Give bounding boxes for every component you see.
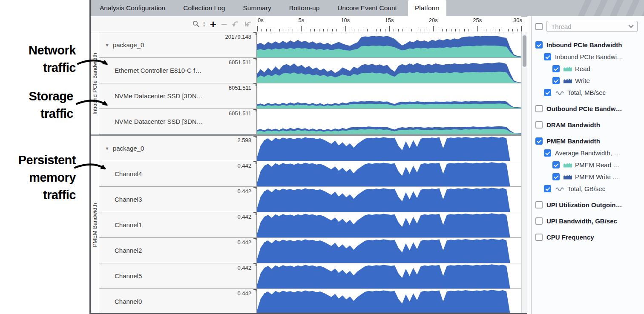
panel-item-outbound-pcie-bandwidth[interactable]: Outbound PCIe Bandw… [532, 103, 644, 114]
bandwidth-chart[interactable] [257, 161, 521, 186]
axis-max-value: 0.442 [237, 188, 251, 194]
checkbox[interactable] [535, 201, 543, 208]
row-label-cell[interactable]: NVMe Datacenter SSD [3DN… 6051.511 [99, 83, 257, 108]
panel-item-read[interactable]: Read [532, 63, 644, 74]
annotation-persistent-memory-traffic: Persistent memory traffic [0, 151, 76, 204]
panel-item-write[interactable]: Write [532, 74, 644, 86]
thread-checkbox[interactable] [535, 23, 543, 30]
panel-item-label: Average Bandwidth, … [555, 149, 620, 157]
tab-collection-log[interactable]: Collection Log [176, 0, 232, 16]
bandwidth-chart[interactable] [257, 263, 521, 288]
bandwidth-chart[interactable] [257, 58, 521, 83]
bandwidth-chart[interactable] [257, 289, 521, 313]
metric-tree: Inbound PCIe Bandwidth Inbound PCIe Band… [532, 39, 644, 243]
checkbox[interactable] [544, 89, 551, 96]
bandwidth-chart[interactable] [257, 83, 521, 108]
zoom-to-selection-icon[interactable] [244, 21, 252, 27]
tab-uncore-event-count[interactable]: Uncore Event Count [331, 0, 404, 16]
bandwidth-chart[interactable] [257, 238, 521, 263]
checkbox[interactable] [544, 53, 551, 60]
checkbox[interactable] [535, 105, 543, 112]
checkbox[interactable] [544, 185, 551, 192]
checkbox[interactable] [535, 217, 543, 225]
collapse-triangle-icon[interactable]: ▼ [105, 43, 109, 48]
vertical-scrollbar[interactable] [521, 32, 527, 314]
panel-item-label: Total, MB/sec [567, 89, 606, 96]
table-row[interactable]: Channel2 0.442 [99, 238, 521, 263]
panel-item-pmem-read[interactable]: PMEM Read … [532, 159, 644, 171]
panel-item-average-bandwidth[interactable]: Average Bandwidth, … [532, 147, 644, 159]
row-label-cell[interactable]: Channel3 0.442 [99, 187, 257, 212]
table-row[interactable]: Channel1 0.442 [99, 212, 521, 238]
thread-select[interactable]: Thread [546, 21, 638, 32]
axis-max-mark [253, 161, 256, 164]
row-label-cell[interactable]: ▼ package_0 2.598 [99, 136, 257, 161]
table-row[interactable]: NVMe Datacenter SSD [3DN… 6051.511 [99, 83, 521, 109]
panel-item-label: DRAM Bandwidth [546, 121, 600, 128]
write-area-icon [564, 174, 572, 180]
checkbox[interactable] [544, 149, 551, 157]
checkbox[interactable] [535, 121, 543, 128]
row-label-cell[interactable]: Channel5 0.442 [99, 263, 257, 288]
scrollbar-thumb[interactable] [523, 35, 526, 67]
table-row[interactable]: Channel0 0.442 [99, 289, 521, 313]
zoom-magnifier-icon[interactable] [193, 20, 200, 28]
row-label-cell[interactable]: NVMe Datacenter SSD [3DN… 6051.511 [99, 109, 257, 134]
panel-item-pmem-write[interactable]: PMEM Write … [532, 171, 644, 183]
panel-item-upi-bandwidth[interactable]: UPI Bandwidth, GB/sec [532, 215, 644, 227]
axis-max-value: 6051.511 [229, 85, 251, 91]
table-row[interactable]: Channel4 0.442 [99, 161, 521, 187]
checkbox[interactable] [552, 77, 560, 84]
panel-item-pmem-bandwidth[interactable]: PMEM Bandwidth [532, 135, 644, 147]
time-ruler[interactable]: 0s5s10s15s20s25s30s [257, 16, 521, 32]
zoom-in-button[interactable]: + [210, 20, 216, 29]
checkbox[interactable] [552, 173, 560, 180]
panel-item-label: Inbound PCIe Bandwi… [555, 53, 623, 60]
checkbox[interactable] [535, 137, 543, 145]
tab-analysis-configuration[interactable]: Analysis Configuration [93, 0, 172, 16]
checkbox[interactable] [552, 65, 560, 72]
axis-max-mark [253, 32, 256, 35]
panel-item-dram-bandwidth[interactable]: DRAM Bandwidth [532, 119, 644, 131]
table-row[interactable]: Ethernet Controller E810-C f… 6051.511 [99, 58, 521, 83]
collapse-triangle-icon[interactable]: ▼ [105, 146, 109, 151]
bandwidth-chart[interactable] [257, 109, 521, 134]
axis-max-mark [253, 58, 256, 60]
table-row[interactable]: NVMe Datacenter SSD [3DN… 6051.511 [99, 109, 521, 134]
table-row[interactable]: ▼ package_0 20179.148 [99, 32, 521, 58]
row-label-cell[interactable]: Channel0 0.442 [99, 289, 257, 313]
tabbar-stripes-decoration [576, 0, 644, 16]
checkbox[interactable] [535, 234, 543, 241]
panel-item-upi-utilization[interactable]: UPI Utilization Outgoin… [532, 199, 644, 211]
panel-item-cpu-frequency[interactable]: CPU Frequency [532, 231, 644, 243]
bandwidth-chart[interactable] [257, 136, 521, 161]
checkbox[interactable] [552, 161, 560, 168]
annotation-storage-traffic: Storage traffic [0, 88, 73, 123]
panel-item-inbound-pcie-bandwidth-sub[interactable]: Inbound PCIe Bandwi… [532, 51, 644, 63]
bandwidth-chart[interactable] [257, 187, 521, 212]
panel-item-label: UPI Bandwidth, GB/sec [546, 217, 617, 225]
undo-zoom-icon[interactable] [232, 21, 239, 27]
axis-max-value: 0.442 [237, 239, 251, 245]
tab-platform[interactable]: Platform [408, 0, 446, 16]
checkbox[interactable] [535, 41, 543, 49]
panel-item-label: PMEM Read … [575, 161, 619, 168]
row-label-cell[interactable]: Ethernet Controller E810-C f… 6051.511 [99, 58, 257, 83]
table-row[interactable]: ▼ package_0 2.598 [99, 136, 521, 161]
tab-bottom-up[interactable]: Bottom-up [282, 0, 327, 16]
zoom-out-button[interactable]: − [221, 20, 227, 29]
table-row[interactable]: Channel3 0.442 [99, 187, 521, 212]
row-label-cell[interactable]: Channel2 0.442 [99, 238, 257, 263]
row-label-cell[interactable]: Channel4 0.442 [99, 161, 257, 186]
bandwidth-chart[interactable] [257, 212, 521, 237]
row-label-cell[interactable]: ▼ package_0 20179.148 [99, 32, 257, 57]
panel-item-total-gb-sec[interactable]: Total, GB/sec [532, 183, 644, 194]
section-label-inbound-pcie: Inbound PCIe Bandwidth [91, 32, 99, 134]
row-label-cell[interactable]: Channel1 0.442 [99, 212, 257, 237]
table-row[interactable]: Channel5 0.442 [99, 263, 521, 289]
panel-item-total-mb-sec[interactable]: Total, MB/sec [532, 86, 644, 98]
panel-item-inbound-pcie-bandwidth[interactable]: Inbound PCIe Bandwidth [532, 39, 644, 51]
tab-summary[interactable]: Summary [236, 0, 278, 16]
axis-max-value: 6051.511 [229, 110, 251, 117]
bandwidth-chart[interactable] [257, 32, 521, 57]
